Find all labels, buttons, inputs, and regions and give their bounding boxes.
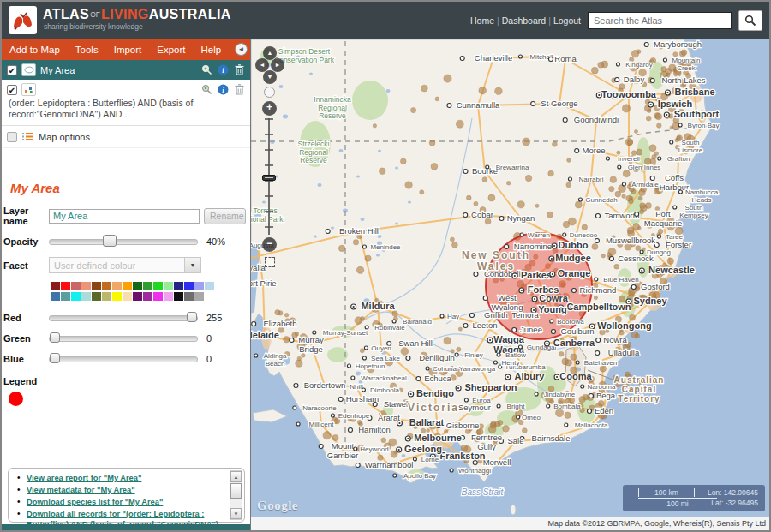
map-canvas[interactable]: CharlevilleMitchellRomaCunnamullaSt Geor…	[251, 39, 770, 517]
zoom-in-button[interactable]: +	[262, 101, 277, 116]
rename-button[interactable]: Rename	[204, 208, 246, 224]
layer-info-icon[interactable]: i	[217, 84, 229, 96]
occurrence-dot	[405, 182, 412, 188]
layer-row-my-area[interactable]: ✔ My Area i	[2, 60, 250, 80]
menu-item-export[interactable]: Export	[149, 45, 193, 55]
occurrence-dot	[687, 135, 695, 143]
color-swatch[interactable]	[153, 292, 163, 301]
nav-link-home[interactable]: Home	[470, 15, 494, 26]
green-slider-handle[interactable]	[50, 332, 60, 343]
color-swatch[interactable]	[102, 292, 111, 301]
opacity-value: 40%	[206, 236, 225, 247]
color-swatch[interactable]	[174, 292, 183, 301]
scroll-down-icon[interactable]: ▼	[230, 508, 242, 519]
zoom-to-layer-icon[interactable]	[200, 64, 212, 76]
menu-item-tools[interactable]: Tools	[68, 45, 106, 55]
color-swatch[interactable]	[153, 282, 163, 290]
color-swatch[interactable]	[112, 292, 122, 301]
map-options-label[interactable]: Map options	[39, 132, 90, 142]
layer-checkbox[interactable]: ✔	[7, 85, 17, 95]
lake	[326, 106, 330, 109]
color-swatch[interactable]	[133, 292, 142, 301]
color-swatch[interactable]	[194, 292, 204, 301]
color-swatch[interactable]	[102, 282, 111, 290]
opacity-slider[interactable]	[49, 239, 198, 245]
occurrence-dot	[377, 301, 384, 308]
color-swatch[interactable]	[133, 282, 142, 290]
color-swatch[interactable]	[81, 292, 91, 301]
layer-checkbox[interactable]: ✔	[7, 65, 17, 75]
sidebar-link[interactable]: View metadata for "My Area"	[27, 486, 135, 494]
color-swatch[interactable]	[81, 282, 91, 290]
color-swatch[interactable]	[61, 292, 70, 301]
color-swatch[interactable]	[184, 292, 194, 301]
blue-slider[interactable]	[49, 356, 198, 362]
color-swatch[interactable]	[194, 282, 204, 290]
layer-row-query[interactable]: ✔ i (order: Lepidoptera : Butterflies) A…	[2, 80, 250, 126]
search-button[interactable]	[738, 10, 762, 31]
occurrence-dot	[575, 340, 580, 345]
color-swatch[interactable]	[92, 292, 101, 301]
color-swatch[interactable]	[51, 292, 60, 301]
sidebar-link[interactable]: Download species list for "My Area"	[27, 498, 163, 506]
zoom-slider-handle[interactable]	[262, 175, 276, 181]
color-swatch[interactable]	[51, 282, 60, 290]
color-swatch[interactable]	[71, 282, 81, 290]
zoom-to-layer-icon[interactable]	[200, 84, 212, 96]
color-swatch[interactable]	[164, 282, 173, 290]
my-area-circle[interactable]	[486, 233, 592, 339]
color-swatch[interactable]	[61, 282, 70, 290]
occurrence-dot	[642, 82, 647, 87]
red-slider-handle[interactable]	[187, 312, 197, 322]
blue-slider-handle[interactable]	[50, 353, 60, 363]
scrollbar-thumb[interactable]	[230, 483, 242, 499]
sidebar-collapse-button[interactable]: ◄	[235, 43, 248, 56]
color-swatch[interactable]	[143, 282, 152, 290]
layer-name-input[interactable]	[49, 209, 200, 224]
opacity-slider-handle[interactable]	[103, 235, 117, 247]
occurrence-dot	[439, 446, 443, 451]
color-swatch[interactable]	[123, 292, 132, 301]
map-options-checkbox[interactable]	[7, 132, 17, 142]
sidebar-link[interactable]: View area report for "My Area"	[27, 474, 141, 482]
facet-select[interactable]: User defined colour ▼	[49, 257, 201, 273]
layer-delete-icon[interactable]	[233, 84, 245, 96]
search-input[interactable]	[588, 12, 732, 29]
color-swatch[interactable]	[174, 282, 183, 290]
ala-logo[interactable]	[9, 6, 37, 34]
occurrence-dot	[592, 243, 598, 249]
green-slider[interactable]	[49, 336, 198, 342]
color-swatch[interactable]	[205, 282, 214, 290]
color-swatch[interactable]	[71, 292, 81, 301]
zoom-out-button[interactable]: −	[262, 237, 277, 252]
red-slider[interactable]	[49, 315, 198, 321]
menu-item-help[interactable]: Help	[194, 45, 230, 55]
layer-info-icon[interactable]: i	[217, 64, 229, 76]
links-scrollbar[interactable]: ▲ ▼	[230, 470, 242, 520]
query-layer-label[interactable]: (order: Lepidoptera : Butterflies) AND (…	[9, 98, 243, 120]
layer-label[interactable]: My Area	[40, 65, 75, 75]
color-swatch[interactable]	[123, 282, 132, 290]
occurrence-dot	[679, 62, 684, 67]
nav-link-dashboard[interactable]: Dashboard	[502, 15, 546, 26]
map-viewport[interactable]: CharlevilleMitchellRomaCunnamullaSt Geor…	[250, 39, 770, 530]
color-swatch[interactable]	[143, 292, 152, 301]
layer-delete-icon[interactable]	[233, 64, 245, 76]
pan-down-button[interactable]: ▼	[263, 70, 277, 84]
scroll-up-icon[interactable]: ▲	[230, 471, 242, 482]
color-swatch[interactable]	[164, 292, 173, 301]
zoom-box-icon[interactable]	[265, 257, 275, 267]
menu-item-import[interactable]: Import	[106, 45, 150, 55]
reset-view-button[interactable]	[264, 87, 275, 98]
map-options-row[interactable]: Map options	[2, 126, 250, 148]
nav-link-logout[interactable]: Logout	[553, 15, 581, 26]
nav-separator: |	[494, 15, 502, 26]
lake	[296, 55, 300, 57]
color-swatch[interactable]	[92, 282, 101, 290]
color-swatch[interactable]	[184, 282, 194, 290]
color-swatch[interactable]	[112, 282, 122, 290]
occurrence-dot	[517, 201, 524, 208]
pan-right-button[interactable]: ►	[271, 58, 284, 72]
chevron-down-icon[interactable]: ▼	[184, 258, 200, 272]
menu-item-add-to-map[interactable]: Add to Map	[2, 45, 68, 55]
